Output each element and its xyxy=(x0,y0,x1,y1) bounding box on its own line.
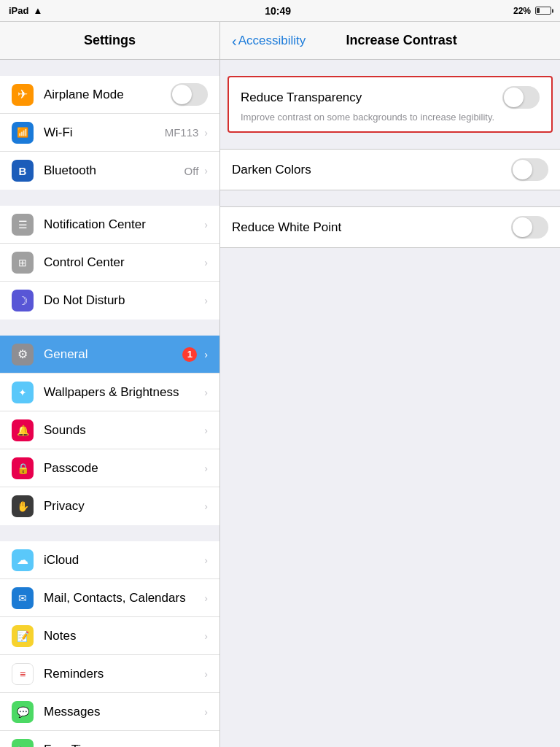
battery-percent: 22% xyxy=(513,6,531,16)
messages-icon: 💬 xyxy=(12,701,34,723)
general-chevron-icon: › xyxy=(204,349,208,360)
back-button[interactable]: ‹ Accessibility xyxy=(232,34,306,48)
back-label: Accessibility xyxy=(238,34,306,48)
status-right: 22% xyxy=(513,6,551,16)
wifi-icon: ▲ xyxy=(33,5,42,16)
airplane-toggle[interactable] xyxy=(171,83,208,106)
sounds-chevron-icon: › xyxy=(204,425,208,436)
sep4 xyxy=(0,525,219,541)
sidebar-item-dnd[interactable]: ☽ Do Not Disturb › xyxy=(0,282,219,320)
mail-icon: ✉ xyxy=(12,587,34,609)
notes-icon: 📝 xyxy=(12,625,34,647)
time-label: 10:49 xyxy=(265,5,291,17)
sidebar-item-facetime[interactable]: 📷 FaceTime › xyxy=(0,731,219,747)
reduce-white-point-toggle[interactable] xyxy=(511,216,548,239)
sep1 xyxy=(0,60,219,76)
notification-icon: ☰ xyxy=(12,214,34,236)
sidebar-item-reminders[interactable]: ≡ Reminders › xyxy=(0,655,219,693)
general-badge: 1 xyxy=(182,347,197,362)
sidebar-group-2: ☰ Notification Center › ⊞ Control Center… xyxy=(0,206,219,320)
battery-icon xyxy=(535,7,551,15)
sidebar-item-sounds[interactable]: 🔔 Sounds › xyxy=(0,411,219,449)
darken-colors-toggle[interactable] xyxy=(511,158,548,181)
reminders-label: Reminders xyxy=(44,667,201,681)
right-panel-title: Increase Contrast xyxy=(346,33,457,48)
notes-label: Notes xyxy=(44,629,201,643)
privacy-label: Privacy xyxy=(44,499,201,514)
mail-label: Mail, Contacts, Calendars xyxy=(44,591,201,605)
sidebar-item-wifi-label: Wi-Fi xyxy=(44,125,165,140)
control-center-icon: ⊞ xyxy=(12,252,34,274)
wifi-icon: 📶 xyxy=(12,122,34,144)
facetime-icon: 📷 xyxy=(12,739,34,748)
messages-label: Messages xyxy=(44,705,201,719)
reduce-transparency-text: Reduce Transparency xyxy=(241,90,502,105)
notification-label: Notification Center xyxy=(44,217,201,232)
sidebar-item-notifications[interactable]: ☰ Notification Center › xyxy=(0,206,219,244)
sidebar-item-passcode[interactable]: 🔒 Passcode › xyxy=(0,449,219,487)
sidebar-item-messages[interactable]: 💬 Messages › xyxy=(0,693,219,731)
wifi-chevron-icon: › xyxy=(204,127,208,139)
dnd-label: Do Not Disturb xyxy=(44,293,201,308)
mail-chevron-icon: › xyxy=(204,592,208,604)
sounds-label: Sounds xyxy=(44,423,201,438)
sidebar-item-wifi[interactable]: 📶 Wi-Fi MF113 › xyxy=(0,114,219,152)
icloud-label: iCloud xyxy=(44,553,201,568)
general-label: General xyxy=(44,347,182,362)
notification-chevron-icon: › xyxy=(204,219,208,231)
sidebar-item-general[interactable]: ⚙ General 1 › xyxy=(0,336,219,374)
bluetooth-icon: B xyxy=(12,160,34,182)
airplane-icon: ✈ xyxy=(12,84,34,106)
reduce-transparency-label: Reduce Transparency xyxy=(241,90,502,105)
sidebar-header: Settings xyxy=(0,22,219,60)
sidebar-group-3: ⚙ General 1 › ✦ Wallpapers & Brightness … xyxy=(0,336,219,525)
bluetooth-chevron-icon: › xyxy=(204,165,208,177)
sounds-icon: 🔔 xyxy=(12,419,34,441)
settings-row-reduce-transparency: Reduce Transparency Improve contrast on … xyxy=(229,77,551,131)
settings-row-darken-colors: Darken Colors xyxy=(220,150,560,190)
sidebar-group-1: ✈ Airplane Mode 📶 Wi-Fi MF113 › B Blueto… xyxy=(0,76,219,190)
right-header: ‹ Accessibility Increase Contrast xyxy=(220,22,560,60)
passcode-label: Passcode xyxy=(44,461,201,476)
control-center-label: Control Center xyxy=(44,255,201,270)
main-container: Settings ✈ Airplane Mode 📶 Wi-Fi MF113 ›… xyxy=(0,22,560,747)
back-chevron-icon: ‹ xyxy=(232,34,237,48)
reduce-transparency-sublabel: Improve contrast on some backgrounds to … xyxy=(241,112,538,123)
settings-row-reduce-white-point: Reduce White Point xyxy=(220,207,560,247)
dnd-icon: ☽ xyxy=(12,290,34,311)
status-bar: iPad ▲ 10:49 22% xyxy=(0,0,560,22)
dnd-chevron-icon: › xyxy=(204,295,208,306)
wallpapers-label: Wallpapers & Brightness xyxy=(44,385,201,400)
sidebar-item-privacy[interactable]: ✋ Privacy › xyxy=(0,487,219,525)
passcode-icon: 🔒 xyxy=(12,457,34,479)
sidebar-item-mail[interactable]: ✉ Mail, Contacts, Calendars › xyxy=(0,579,219,617)
facetime-label: FaceTime xyxy=(44,743,201,748)
sidebar-item-airplane[interactable]: ✈ Airplane Mode xyxy=(0,76,219,114)
sidebar: Settings ✈ Airplane Mode 📶 Wi-Fi MF113 ›… xyxy=(0,22,220,747)
sep2 xyxy=(0,190,219,206)
settings-group-reduce-transparency: Reduce Transparency Improve contrast on … xyxy=(228,76,553,133)
sidebar-item-bluetooth[interactable]: B Bluetooth Off › xyxy=(0,152,219,190)
settings-group-darken-colors: Darken Colors xyxy=(220,149,560,190)
sidebar-item-icloud[interactable]: ☁ iCloud › xyxy=(0,541,219,579)
sidebar-title: Settings xyxy=(84,33,136,48)
settings-group-reduce-white-point: Reduce White Point xyxy=(220,206,560,248)
wallpapers-icon: ✦ xyxy=(12,382,34,403)
status-left: iPad ▲ xyxy=(9,5,42,16)
reduce-white-point-label: Reduce White Point xyxy=(232,220,511,235)
reduce-transparency-toggle[interactable] xyxy=(502,86,540,109)
reminders-chevron-icon: › xyxy=(204,668,208,680)
carrier-label: iPad xyxy=(9,5,28,16)
sidebar-item-control-center[interactable]: ⊞ Control Center › xyxy=(0,244,219,282)
sidebar-item-wallpapers[interactable]: ✦ Wallpapers & Brightness › xyxy=(0,374,219,411)
bluetooth-value: Off xyxy=(184,165,199,177)
facetime-chevron-icon: › xyxy=(204,744,208,748)
reminders-icon: ≡ xyxy=(12,663,34,685)
sidebar-item-bluetooth-label: Bluetooth xyxy=(44,163,184,178)
general-icon: ⚙ xyxy=(12,344,34,365)
icloud-chevron-icon: › xyxy=(204,554,208,566)
right-panel: ‹ Accessibility Increase Contrast Reduce… xyxy=(220,22,560,747)
sidebar-item-notes[interactable]: 📝 Notes › xyxy=(0,617,219,655)
sep3 xyxy=(0,320,219,336)
sidebar-item-airplane-label: Airplane Mode xyxy=(44,88,171,102)
